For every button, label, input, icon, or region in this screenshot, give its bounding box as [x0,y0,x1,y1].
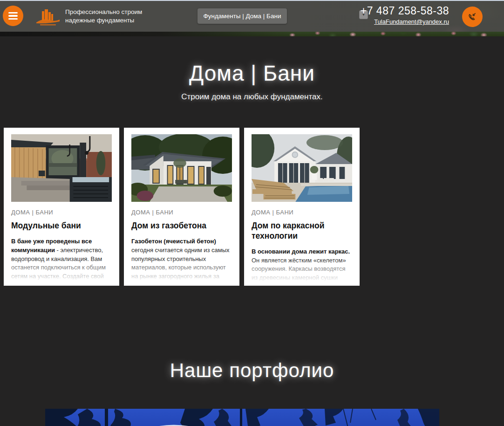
card-frame-house[interactable]: ДОМА | БАНИ Дом по каркасной технологии … [244,128,360,286]
hero-section: Дома | Бани Строим дома на любых фундаме… [0,36,504,102]
modular-bath-photo [11,134,112,202]
contact-block: +7 487 258-58-38 TulaFundament@yandex.ru [361,5,449,26]
portfolio-slide-image[interactable] [45,409,439,426]
menu-button[interactable] [3,6,23,26]
page-title: Дома | Бани [0,61,504,86]
portfolio-section-title: Наше портфолио [0,359,504,382]
callback-button[interactable] [462,7,483,27]
tagline-line2: надежные фундаменты [65,16,142,25]
cards-row: ДОМА | БАНИ Модульные бани В бане уже пр… [4,128,504,286]
card-category: ДОМА | БАНИ [252,209,352,216]
card-body: В бане уже проведены все коммуникации - … [11,237,112,286]
header-tagline: Профессионально строим надежные фундамен… [65,8,142,24]
night-blue-trees-photo [45,409,439,426]
email-link[interactable]: TulaFundament@yandex.ru [374,18,449,25]
company-logo[interactable] [35,8,61,27]
hamburger-icon [8,12,18,14]
card-category: ДОМА | БАНИ [131,209,232,216]
incoming-call-icon [466,11,478,23]
tagline-line1: Профессионально строим [65,8,142,16]
card-category: ДОМА | БАНИ [11,209,112,216]
nav-button-fundamenty-doma-bani[interactable]: Фундаменты | Дома | Бани [198,8,287,24]
card-body: Газобетон (ячеистый бетон) сегодня счита… [131,237,232,286]
card-modular-baths[interactable]: ДОМА | БАНИ Модульные бани В бане уже пр… [4,128,119,286]
frame-house-pool-photo [252,134,352,202]
site-header: Профессионально строим надежные фундамен… [0,1,504,36]
card-gas-concrete-house[interactable]: ДОМА | БАНИ Дом из газобетона Газобетон … [124,128,239,286]
card-title[interactable]: Дом из газобетона [131,221,232,231]
page-subtitle: Строим дома на любых фундаментах. [0,92,504,102]
phone-number: +7 487 258-58-38 [361,5,449,17]
card-title[interactable]: Дом по каркасной технологии [252,221,352,241]
aerated-concrete-house-photo [131,134,232,202]
card-body: В основании дома лежит каркас. Он являет… [252,247,352,286]
card-title[interactable]: Модульные бани [11,221,112,231]
header-flower-photo-strip [0,32,504,36]
